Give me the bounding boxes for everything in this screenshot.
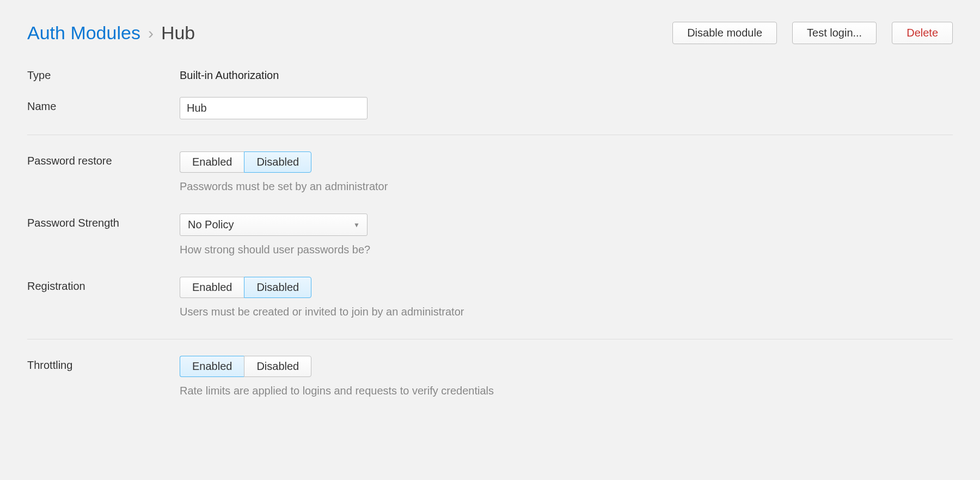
- registration-label: Registration: [27, 277, 180, 293]
- password-restore-row: Password restore Enabled Disabled Passwo…: [27, 151, 953, 193]
- registration-row: Registration Enabled Disabled Users must…: [27, 277, 953, 318]
- password-restore-toggle: Enabled Disabled: [180, 151, 953, 173]
- breadcrumb-current: Hub: [161, 22, 195, 44]
- test-login-button[interactable]: Test login...: [792, 22, 877, 44]
- name-row: Name: [27, 97, 953, 119]
- chevron-right-icon: ›: [148, 24, 154, 42]
- password-restore-label: Password restore: [27, 151, 180, 167]
- breadcrumb-parent-link[interactable]: Auth Modules: [27, 22, 140, 44]
- password-restore-disabled-button[interactable]: Disabled: [244, 151, 311, 173]
- page-header: Auth Modules › Hub Disable module Test l…: [27, 22, 953, 44]
- throttling-label: Throttling: [27, 356, 180, 372]
- name-input[interactable]: [180, 97, 367, 119]
- disable-module-button[interactable]: Disable module: [672, 22, 777, 44]
- type-label: Type: [27, 66, 180, 82]
- password-strength-label: Password Strength: [27, 214, 180, 229]
- throttling-enabled-button[interactable]: Enabled: [180, 356, 244, 377]
- throttling-disabled-button[interactable]: Disabled: [244, 356, 311, 377]
- name-label: Name: [27, 97, 180, 113]
- throttling-help: Rate limits are applied to logins and re…: [180, 385, 953, 397]
- password-strength-help: How strong should user passwords be?: [180, 244, 953, 256]
- delete-button[interactable]: Delete: [892, 22, 953, 44]
- registration-disabled-button[interactable]: Disabled: [244, 277, 311, 298]
- password-restore-help: Passwords must be set by an administrato…: [180, 180, 953, 193]
- registration-help: Users must be created or invited to join…: [180, 306, 953, 318]
- throttling-row: Throttling Enabled Disabled Rate limits …: [27, 356, 953, 397]
- breadcrumb: Auth Modules › Hub: [27, 22, 195, 44]
- throttling-toggle: Enabled Disabled: [180, 356, 953, 377]
- registration-enabled-button[interactable]: Enabled: [180, 277, 244, 298]
- type-row: Type Built-in Authorization: [27, 66, 953, 82]
- header-actions: Disable module Test login... Delete: [672, 22, 953, 44]
- password-restore-enabled-button[interactable]: Enabled: [180, 151, 244, 173]
- registration-toggle: Enabled Disabled: [180, 277, 953, 298]
- password-strength-row: Password Strength No Policy ▼ How strong…: [27, 214, 953, 256]
- type-value: Built-in Authorization: [180, 66, 953, 82]
- password-strength-select[interactable]: No Policy: [180, 214, 367, 236]
- divider: [27, 135, 953, 135]
- divider: [27, 339, 953, 339]
